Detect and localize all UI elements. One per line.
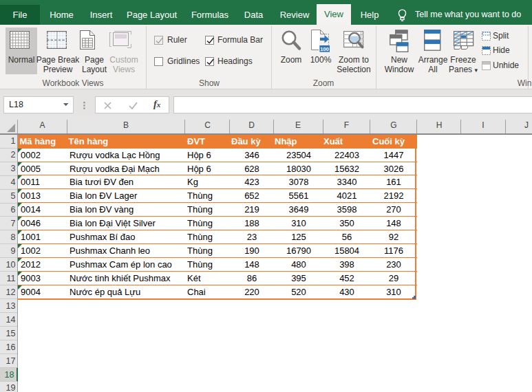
svg-text:100: 100 bbox=[320, 46, 329, 52]
